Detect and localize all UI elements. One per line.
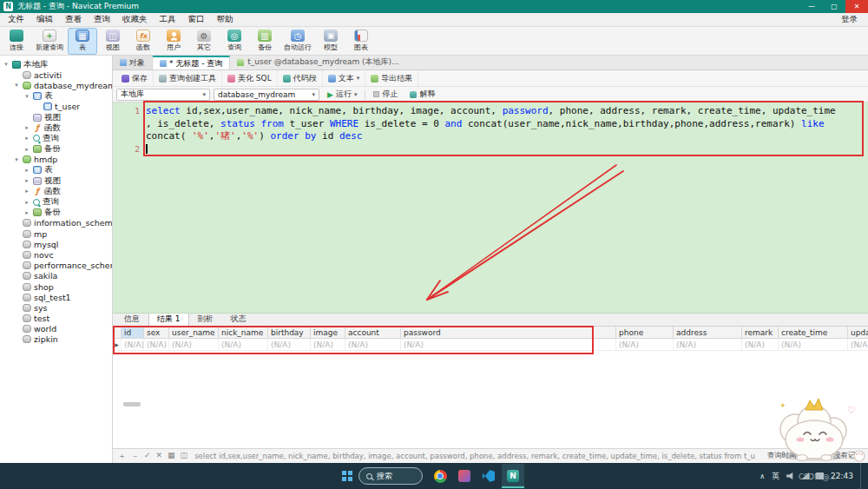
taskbar-app-ide[interactable]: [453, 464, 476, 488]
tree-chevron-icon[interactable]: [3, 61, 10, 68]
discard-icon[interactable]: ✕: [156, 451, 163, 462]
column-header[interactable]: user_name: [169, 327, 219, 338]
minimize-button[interactable]: —: [800, 0, 823, 13]
tree-chevron-icon[interactable]: [13, 82, 20, 89]
tree-chevron-icon[interactable]: [23, 93, 30, 100]
tree-chevron-icon[interactable]: [23, 124, 30, 131]
grid-cell[interactable]: (N/A): [848, 339, 868, 350]
tree-item[interactable]: 函数: [0, 122, 112, 133]
menu-item[interactable]: 查看: [59, 13, 88, 26]
menu-item[interactable]: 窗口: [182, 13, 211, 26]
taskbar-app-navicat[interactable]: N: [502, 464, 524, 488]
tree-item[interactable]: sys: [0, 302, 112, 313]
grid-cell[interactable]: (N/A): [311, 339, 345, 350]
tree-item[interactable]: performance_schema: [0, 261, 112, 271]
tree-chevron-icon[interactable]: [23, 177, 30, 184]
toolbar-item-model[interactable]: 模型: [316, 28, 345, 55]
grid-cell[interactable]: (N/A): [122, 339, 144, 350]
tree-chevron-icon[interactable]: [23, 167, 30, 174]
grid-cell[interactable]: (N/A): [144, 339, 169, 350]
document-tab[interactable]: * 无标题 - 查询: [153, 56, 230, 69]
tree-item[interactable]: mp: [0, 228, 112, 239]
column-header[interactable]: image: [311, 327, 345, 338]
column-header[interactable]: create_time: [779, 327, 848, 338]
querybar-builder[interactable]: 查询创建工具: [154, 70, 222, 86]
tree-item[interactable]: 本地库: [0, 59, 112, 69]
column-header[interactable]: password: [401, 327, 616, 338]
column-header[interactable]: remark: [742, 327, 779, 338]
column-header[interactable]: address: [674, 327, 742, 338]
start-button[interactable]: [342, 471, 352, 481]
sql-editor[interactable]: 1select id,sex,user_name, nick_name, bir…: [113, 102, 868, 314]
toolbar-item-user[interactable]: 用户: [159, 28, 188, 55]
menu-item[interactable]: 文件: [2, 13, 30, 26]
menu-item[interactable]: 查询: [88, 13, 116, 26]
querybar-text[interactable]: 文本▾: [323, 70, 366, 86]
column-header[interactable]: id: [122, 327, 144, 338]
toolbar-item-view[interactable]: 视图: [98, 28, 128, 55]
tree-item[interactable]: mysql: [0, 239, 112, 249]
show-desktop-button[interactable]: [860, 463, 863, 489]
column-header[interactable]: update_time: [848, 327, 868, 338]
database-select[interactable]: database_mydream ▾: [214, 89, 319, 101]
stop-button[interactable]: 停止: [369, 87, 402, 102]
grid-cell[interactable]: (N/A): [616, 339, 674, 350]
tree-item[interactable]: information_schema: [0, 218, 112, 228]
column-header[interactable]: birthday: [268, 327, 311, 338]
login-menu[interactable]: 登录: [841, 14, 868, 25]
tree-chevron-icon[interactable]: [23, 135, 30, 142]
maximize-button[interactable]: ▢: [823, 0, 845, 13]
tree-item[interactable]: shop: [0, 281, 112, 292]
delete-record-icon[interactable]: －: [131, 451, 139, 462]
grid-cell[interactable]: (N/A): [401, 339, 616, 350]
taskbar-app-chrome[interactable]: [429, 464, 451, 488]
toolbar-item-others[interactable]: 其它: [189, 28, 219, 55]
grid-view-icon[interactable]: ▦: [168, 451, 175, 462]
tree-item[interactable]: 视图: [0, 175, 112, 186]
column-header[interactable]: account: [345, 327, 401, 338]
menu-item[interactable]: 编辑: [30, 13, 59, 26]
tree-chevron-icon[interactable]: [23, 199, 30, 206]
column-header[interactable]: phone: [616, 327, 674, 338]
tree-item[interactable]: 函数: [0, 186, 112, 196]
toolbar-item-chart[interactable]: 图表: [346, 28, 376, 55]
tree-item[interactable]: zipkin: [0, 334, 112, 345]
tree-chevron-icon[interactable]: [23, 146, 30, 153]
result-tab[interactable]: 信息: [115, 312, 148, 327]
querybar-save[interactable]: 保存: [116, 70, 154, 86]
tree-chevron-icon[interactable]: [23, 188, 30, 195]
tree-item[interactable]: 表: [0, 91, 112, 102]
querybar-beautify[interactable]: 美化 SQL: [222, 70, 278, 86]
tree-item[interactable]: 查询: [0, 133, 112, 143]
taskbar-search[interactable]: 搜索: [358, 467, 423, 485]
result-tab[interactable]: 状态: [222, 312, 255, 327]
column-header[interactable]: nick_name: [219, 327, 268, 338]
tree-item[interactable]: sakila: [0, 271, 112, 281]
tray-chevron-icon[interactable]: ∧: [760, 472, 765, 480]
querybar-snippet[interactable]: 代码段: [278, 70, 323, 86]
menu-item[interactable]: 工具: [154, 13, 182, 26]
tree-item[interactable]: test: [0, 314, 112, 324]
menu-item[interactable]: 帮助: [211, 13, 240, 26]
taskbar-app-vscode[interactable]: [477, 464, 500, 488]
grid-cell[interactable]: (N/A): [219, 339, 268, 350]
tree-item[interactable]: 视图: [0, 112, 112, 122]
close-button[interactable]: ✕: [845, 0, 868, 13]
splitter-handle[interactable]: [123, 402, 141, 406]
toolbar-item-backup[interactable]: 备份: [250, 28, 279, 55]
grid-cell[interactable]: (N/A): [779, 339, 848, 350]
tree-item[interactable]: novc: [0, 249, 112, 260]
run-button[interactable]: ▶ 运行 ▾: [323, 87, 361, 102]
toolbar-item-query[interactable]: 查询: [220, 28, 249, 55]
toolbar-item-function[interactable]: 函数: [128, 28, 158, 55]
tree-item[interactable]: t_user: [0, 102, 112, 112]
volume-icon[interactable]: [786, 472, 794, 479]
tree-chevron-icon[interactable]: [13, 156, 20, 163]
form-view-icon[interactable]: ◫: [181, 451, 188, 462]
tree-item[interactable]: database_mydream: [0, 80, 112, 90]
grid-cell[interactable]: (N/A): [268, 339, 311, 350]
grid-cell[interactable]: (N/A): [742, 339, 779, 350]
tree-item[interactable]: 表: [0, 165, 112, 175]
toolbar-item-automation[interactable]: 自动运行: [280, 28, 315, 55]
ime-language[interactable]: 英: [772, 471, 779, 482]
